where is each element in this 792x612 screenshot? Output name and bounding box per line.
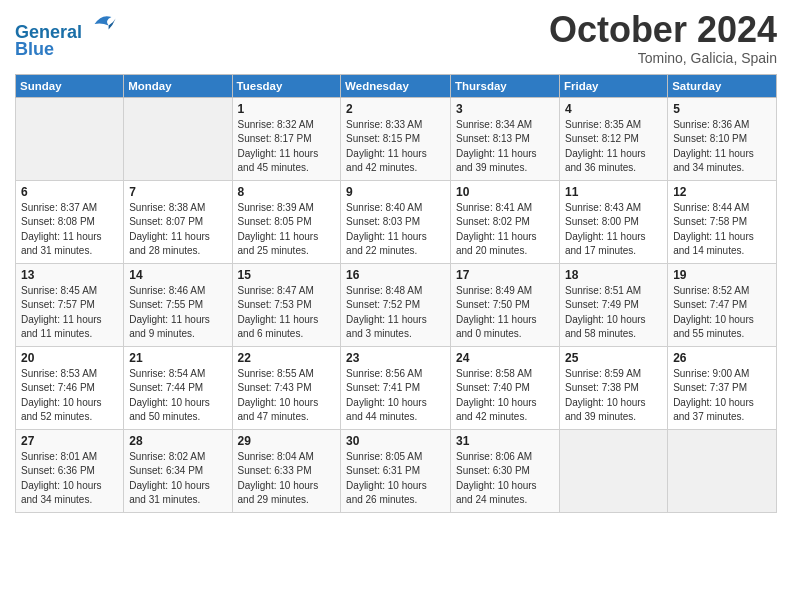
day-info: Sunrise: 8:44 AM Sunset: 7:58 PM Dayligh… [673, 201, 771, 259]
day-info: Sunrise: 8:04 AM Sunset: 6:33 PM Dayligh… [238, 450, 336, 508]
day-number: 5 [673, 102, 771, 116]
day-number: 31 [456, 434, 554, 448]
day-info: Sunrise: 8:52 AM Sunset: 7:47 PM Dayligh… [673, 284, 771, 342]
month-title: October 2024 [549, 10, 777, 50]
day-cell [124, 97, 232, 180]
day-info: Sunrise: 8:55 AM Sunset: 7:43 PM Dayligh… [238, 367, 336, 425]
weekday-header-saturday: Saturday [668, 74, 777, 97]
day-info: Sunrise: 8:05 AM Sunset: 6:31 PM Dayligh… [346, 450, 445, 508]
day-info: Sunrise: 8:39 AM Sunset: 8:05 PM Dayligh… [238, 201, 336, 259]
day-cell: 28Sunrise: 8:02 AM Sunset: 6:34 PM Dayli… [124, 429, 232, 512]
day-info: Sunrise: 8:58 AM Sunset: 7:40 PM Dayligh… [456, 367, 554, 425]
day-info: Sunrise: 8:49 AM Sunset: 7:50 PM Dayligh… [456, 284, 554, 342]
day-info: Sunrise: 8:43 AM Sunset: 8:00 PM Dayligh… [565, 201, 662, 259]
day-cell: 23Sunrise: 8:56 AM Sunset: 7:41 PM Dayli… [341, 346, 451, 429]
day-number: 11 [565, 185, 662, 199]
day-cell: 26Sunrise: 9:00 AM Sunset: 7:37 PM Dayli… [668, 346, 777, 429]
day-number: 26 [673, 351, 771, 365]
weekday-header-tuesday: Tuesday [232, 74, 341, 97]
week-row-4: 20Sunrise: 8:53 AM Sunset: 7:46 PM Dayli… [16, 346, 777, 429]
day-info: Sunrise: 8:54 AM Sunset: 7:44 PM Dayligh… [129, 367, 226, 425]
day-cell: 31Sunrise: 8:06 AM Sunset: 6:30 PM Dayli… [451, 429, 560, 512]
day-number: 28 [129, 434, 226, 448]
weekday-header-monday: Monday [124, 74, 232, 97]
day-cell: 21Sunrise: 8:54 AM Sunset: 7:44 PM Dayli… [124, 346, 232, 429]
day-number: 2 [346, 102, 445, 116]
calendar: SundayMondayTuesdayWednesdayThursdayFrid… [15, 74, 777, 513]
day-number: 4 [565, 102, 662, 116]
day-number: 27 [21, 434, 118, 448]
day-cell: 16Sunrise: 8:48 AM Sunset: 7:52 PM Dayli… [341, 263, 451, 346]
logo-bird-icon [89, 10, 117, 38]
day-cell: 22Sunrise: 8:55 AM Sunset: 7:43 PM Dayli… [232, 346, 341, 429]
day-cell: 1Sunrise: 8:32 AM Sunset: 8:17 PM Daylig… [232, 97, 341, 180]
day-cell: 2Sunrise: 8:33 AM Sunset: 8:15 PM Daylig… [341, 97, 451, 180]
day-info: Sunrise: 8:35 AM Sunset: 8:12 PM Dayligh… [565, 118, 662, 176]
day-info: Sunrise: 9:00 AM Sunset: 7:37 PM Dayligh… [673, 367, 771, 425]
day-cell: 19Sunrise: 8:52 AM Sunset: 7:47 PM Dayli… [668, 263, 777, 346]
day-number: 3 [456, 102, 554, 116]
day-number: 12 [673, 185, 771, 199]
day-number: 1 [238, 102, 336, 116]
day-cell: 30Sunrise: 8:05 AM Sunset: 6:31 PM Dayli… [341, 429, 451, 512]
day-cell: 12Sunrise: 8:44 AM Sunset: 7:58 PM Dayli… [668, 180, 777, 263]
day-info: Sunrise: 8:01 AM Sunset: 6:36 PM Dayligh… [21, 450, 118, 508]
day-cell: 7Sunrise: 8:38 AM Sunset: 8:07 PM Daylig… [124, 180, 232, 263]
day-info: Sunrise: 8:47 AM Sunset: 7:53 PM Dayligh… [238, 284, 336, 342]
day-cell: 5Sunrise: 8:36 AM Sunset: 8:10 PM Daylig… [668, 97, 777, 180]
day-cell [668, 429, 777, 512]
day-cell: 3Sunrise: 8:34 AM Sunset: 8:13 PM Daylig… [451, 97, 560, 180]
day-number: 15 [238, 268, 336, 282]
day-cell: 15Sunrise: 8:47 AM Sunset: 7:53 PM Dayli… [232, 263, 341, 346]
day-info: Sunrise: 8:48 AM Sunset: 7:52 PM Dayligh… [346, 284, 445, 342]
week-row-1: 1Sunrise: 8:32 AM Sunset: 8:17 PM Daylig… [16, 97, 777, 180]
day-cell: 20Sunrise: 8:53 AM Sunset: 7:46 PM Dayli… [16, 346, 124, 429]
day-info: Sunrise: 8:06 AM Sunset: 6:30 PM Dayligh… [456, 450, 554, 508]
day-info: Sunrise: 8:56 AM Sunset: 7:41 PM Dayligh… [346, 367, 445, 425]
day-info: Sunrise: 8:46 AM Sunset: 7:55 PM Dayligh… [129, 284, 226, 342]
day-info: Sunrise: 8:45 AM Sunset: 7:57 PM Dayligh… [21, 284, 118, 342]
week-row-5: 27Sunrise: 8:01 AM Sunset: 6:36 PM Dayli… [16, 429, 777, 512]
title-area: October 2024 Tomino, Galicia, Spain [549, 10, 777, 66]
day-cell: 24Sunrise: 8:58 AM Sunset: 7:40 PM Dayli… [451, 346, 560, 429]
header: General Blue October 2024 Tomino, Galici… [15, 10, 777, 66]
day-cell: 25Sunrise: 8:59 AM Sunset: 7:38 PM Dayli… [559, 346, 667, 429]
day-number: 7 [129, 185, 226, 199]
logo: General Blue [15, 10, 117, 60]
day-info: Sunrise: 8:37 AM Sunset: 8:08 PM Dayligh… [21, 201, 118, 259]
day-number: 30 [346, 434, 445, 448]
day-number: 13 [21, 268, 118, 282]
weekday-header-sunday: Sunday [16, 74, 124, 97]
weekday-row: SundayMondayTuesdayWednesdayThursdayFrid… [16, 74, 777, 97]
calendar-body: 1Sunrise: 8:32 AM Sunset: 8:17 PM Daylig… [16, 97, 777, 512]
day-number: 8 [238, 185, 336, 199]
day-info: Sunrise: 8:38 AM Sunset: 8:07 PM Dayligh… [129, 201, 226, 259]
day-cell: 6Sunrise: 8:37 AM Sunset: 8:08 PM Daylig… [16, 180, 124, 263]
day-cell: 29Sunrise: 8:04 AM Sunset: 6:33 PM Dayli… [232, 429, 341, 512]
weekday-header-thursday: Thursday [451, 74, 560, 97]
day-number: 19 [673, 268, 771, 282]
weekday-header-friday: Friday [559, 74, 667, 97]
day-info: Sunrise: 8:59 AM Sunset: 7:38 PM Dayligh… [565, 367, 662, 425]
day-cell: 8Sunrise: 8:39 AM Sunset: 8:05 PM Daylig… [232, 180, 341, 263]
day-number: 6 [21, 185, 118, 199]
day-info: Sunrise: 8:02 AM Sunset: 6:34 PM Dayligh… [129, 450, 226, 508]
day-number: 21 [129, 351, 226, 365]
day-number: 22 [238, 351, 336, 365]
day-number: 17 [456, 268, 554, 282]
day-cell: 9Sunrise: 8:40 AM Sunset: 8:03 PM Daylig… [341, 180, 451, 263]
day-cell: 14Sunrise: 8:46 AM Sunset: 7:55 PM Dayli… [124, 263, 232, 346]
day-info: Sunrise: 8:32 AM Sunset: 8:17 PM Dayligh… [238, 118, 336, 176]
day-number: 18 [565, 268, 662, 282]
day-number: 29 [238, 434, 336, 448]
week-row-2: 6Sunrise: 8:37 AM Sunset: 8:08 PM Daylig… [16, 180, 777, 263]
day-cell [16, 97, 124, 180]
page: General Blue October 2024 Tomino, Galici… [0, 0, 792, 612]
day-cell: 11Sunrise: 8:43 AM Sunset: 8:00 PM Dayli… [559, 180, 667, 263]
day-number: 25 [565, 351, 662, 365]
day-cell: 10Sunrise: 8:41 AM Sunset: 8:02 PM Dayli… [451, 180, 560, 263]
day-info: Sunrise: 8:40 AM Sunset: 8:03 PM Dayligh… [346, 201, 445, 259]
day-cell: 17Sunrise: 8:49 AM Sunset: 7:50 PM Dayli… [451, 263, 560, 346]
day-number: 23 [346, 351, 445, 365]
day-info: Sunrise: 8:34 AM Sunset: 8:13 PM Dayligh… [456, 118, 554, 176]
